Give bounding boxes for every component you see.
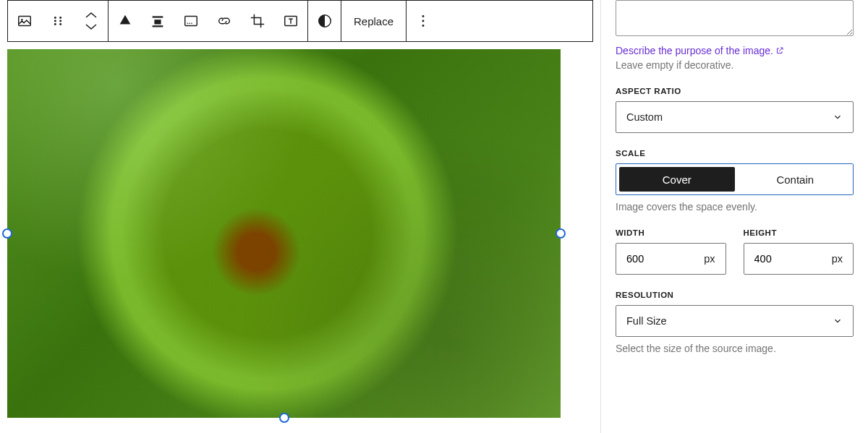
replace-button[interactable]: Replace	[341, 1, 406, 41]
image-preview	[7, 49, 561, 418]
describe-image-link[interactable]: Describe the purpose of the image.	[616, 45, 784, 56]
text-overlay-button[interactable]	[274, 1, 307, 41]
align-button[interactable]	[108, 1, 141, 41]
caption-button[interactable]	[174, 1, 208, 41]
alt-decorative-hint: Leave empty if decorative.	[616, 59, 854, 71]
svg-point-18	[422, 20, 424, 22]
svg-point-7	[59, 23, 61, 25]
svg-point-2	[54, 17, 56, 19]
width-input-wrap[interactable]: px	[616, 243, 726, 275]
scale-contain-button[interactable]: Contain	[738, 164, 854, 194]
svg-point-5	[59, 20, 61, 22]
resize-handle-left[interactable]	[2, 228, 12, 239]
block-toolbar: Replace	[7, 0, 593, 42]
height-input-wrap[interactable]: px	[744, 243, 854, 275]
describe-image-link-text: Describe the purpose of the image.	[616, 45, 773, 56]
resize-handle-right[interactable]	[556, 228, 566, 239]
svg-point-4	[54, 20, 56, 22]
drag-handle[interactable]	[41, 1, 75, 41]
svg-point-6	[54, 23, 56, 25]
resolution-select[interactable]: Full Size	[616, 305, 854, 337]
block-settings-sidebar: Describe the purpose of the image. Leave…	[600, 0, 868, 433]
aspect-ratio-label: ASPECT RATIO	[616, 87, 854, 95]
svg-point-13	[189, 22, 190, 24]
external-link-icon	[775, 46, 784, 55]
chevron-down-icon	[833, 112, 843, 122]
width-label: WIDTH	[616, 228, 726, 237]
more-options-button[interactable]	[406, 1, 439, 41]
chevron-down-icon	[833, 316, 843, 326]
svg-rect-11	[185, 17, 197, 26]
svg-point-17	[422, 15, 424, 17]
editor-canvas: Replace	[0, 0, 600, 433]
scale-description: Image covers the space evenly.	[616, 201, 854, 213]
image-block[interactable]	[7, 49, 561, 418]
height-label: HEIGHT	[744, 228, 854, 237]
link-button[interactable]	[208, 1, 241, 41]
svg-point-3	[59, 17, 61, 19]
resolution-label: RESOLUTION	[616, 291, 854, 299]
block-type-image-button[interactable]	[8, 1, 41, 41]
block-mover[interactable]	[75, 1, 108, 41]
svg-rect-9	[154, 20, 161, 24]
resize-handle-bottom[interactable]	[279, 413, 289, 423]
scale-label: SCALE	[616, 149, 854, 158]
aspect-ratio-select[interactable]: Custom	[616, 101, 854, 133]
alt-text-textarea[interactable]	[616, 0, 854, 36]
height-unit: px	[832, 253, 843, 265]
svg-point-12	[187, 22, 189, 24]
width-unit: px	[704, 253, 715, 265]
scale-segmented-control: Cover Contain	[616, 163, 854, 195]
resolution-value: Full Size	[626, 315, 667, 327]
svg-rect-0	[19, 17, 31, 26]
width-input[interactable]	[626, 253, 670, 265]
height-input[interactable]	[754, 253, 798, 265]
crop-button[interactable]	[241, 1, 274, 41]
aspect-ratio-value: Custom	[626, 111, 663, 123]
scale-cover-button[interactable]: Cover	[619, 167, 735, 192]
svg-point-14	[191, 22, 192, 24]
replace-label: Replace	[354, 15, 393, 27]
duotone-button[interactable]	[307, 1, 341, 41]
resolution-description: Select the size of the source image.	[616, 343, 854, 354]
text-align-button[interactable]	[141, 1, 174, 41]
svg-point-19	[422, 25, 424, 27]
